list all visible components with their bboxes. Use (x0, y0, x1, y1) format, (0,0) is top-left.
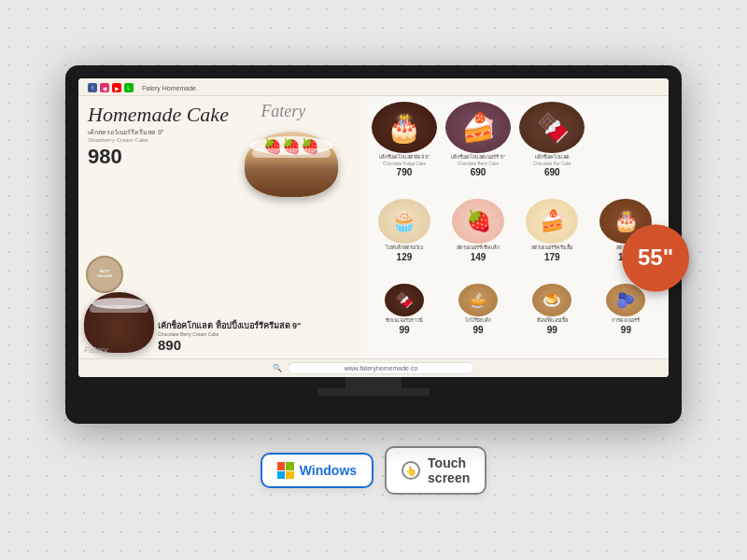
stand-base (317, 388, 430, 396)
monitor-screen: f ◉ ▶ L Fatery Homemade Homemade Cake เค… (78, 78, 669, 377)
cake-price-6: 179 (544, 252, 560, 262)
cake-img-berry-tart: 🫐 (606, 284, 645, 316)
best-seller-text: BESTSELLER (97, 270, 112, 279)
cake-item-choco-fudge: 🎂 เค้กช็อคโกแลตฟัดจ์ 5" Chocolate Fudge … (369, 102, 439, 195)
cake-price-2: 690 (544, 167, 560, 177)
product2-section: เค้กช็อคโกแลต ท็อปปิ้งเบอร์รีครีมสด 9" C… (84, 292, 301, 353)
fatery-logo-left: Fatery (84, 345, 108, 355)
cake-item-strawberry-cheese: 🍓 สตรอเบอร์รี่เช็คเค็ก 149 (444, 199, 514, 280)
cake-name-thai-11: การ์ตงเบอร์รี่ (612, 317, 640, 324)
cake-img-choco-berry: 🍰 (445, 102, 511, 153)
cake-price-9: 99 (473, 325, 484, 335)
monitor: 55" f ◉ ▶ L Fatery Homemade Homemade C (65, 65, 682, 424)
cake-name-thai-1: เค้กช็อคโกแลตเบอร์รี 5" (451, 154, 505, 161)
cake-name-thai-2: เค้กช็อคโกแลต (535, 154, 570, 161)
youtube-icon: ▶ (112, 83, 121, 92)
screen-header: f ◉ ▶ L Fatery Homemade (78, 78, 669, 96)
windows-label: Windows (300, 463, 357, 478)
cake-item-choco-berry: 🍰 เค้กช็อคโกแลตเบอร์รี 5" Chocolate Berr… (444, 102, 514, 195)
product2-text: เค้กช็อคโกแลต ท็อปปิ้งเบอร์รีครีมสด 9" C… (158, 321, 301, 353)
best-seller-badge: BESTSELLER (86, 256, 123, 293)
cake-item-coco: 🥧 โกโก้บิส เค้ก 99 (444, 284, 514, 353)
windows-flag-icon (277, 462, 294, 479)
cake-name-thai-10: ท็อฟฟี่แอปเปิ้ล (537, 317, 568, 324)
cake-img-brownie: 🍫 (385, 284, 424, 316)
social-icons: f ◉ ▶ L (88, 83, 134, 92)
cake-name-en-1: Chocolate Berry Cake (458, 161, 499, 166)
left-panel: Homemade Cake เค้กสตรอว์เบอร์รีครีมสด 9"… (78, 96, 361, 358)
cake-price-0: 790 (397, 167, 413, 177)
cake-img-cheesecake: 🍰 (526, 199, 578, 244)
header-brand: Fatery Homemade (142, 85, 196, 91)
search-icon: 🔍 (273, 364, 282, 372)
right-panel: 🎂 เค้กช็อคโกแลตฟัดจ์ 5" Chocolate Fudge … (361, 96, 669, 358)
cake-img-toffee: 🍮 (532, 284, 571, 316)
size-badge: 55" (622, 224, 689, 291)
cake-img-cream: 🧁 (378, 199, 430, 244)
cake-name-thai-8: ซิกเนเจอร์บราวนี่ (386, 317, 423, 324)
cake-price-1: 690 (471, 167, 486, 177)
cake-name-en-2: Chocolate Bar Cake (533, 161, 571, 166)
line-icon: L (124, 83, 134, 92)
cake-price-8: 99 (399, 325, 409, 335)
instagram-icon: ◉ (100, 83, 109, 92)
cake-name-thai-5: สตรอเบอร์รี่เช็คเค็ก (457, 245, 500, 251)
cake-img-strawberry: 🍓 (452, 199, 504, 244)
fatery-logo-top: Fatery (261, 102, 305, 121)
facebook-icon: f (88, 83, 97, 92)
cake-item-brownie: 🍫 ซิกเนเจอร์บราวนี่ 99 (369, 284, 439, 353)
cake-price-5: 149 (471, 252, 486, 262)
stand-neck (345, 377, 402, 388)
page-wrapper: 55" f ◉ ▶ L Fatery Homemade Homemade C (65, 65, 682, 495)
windows-badge[interactable]: Windows (261, 453, 374, 488)
cake-item-toffee: 🍮 ท็อฟฟี่แอปเปิ้ล 99 (517, 284, 587, 353)
cake-img-choco-fudge: 🎂 (372, 102, 437, 153)
cake-img-choco-bar: 🍫 (519, 102, 585, 153)
product2-price: 890 (158, 337, 301, 353)
screen-bottom-bar: 🔍 www.fateryhomemade.co (78, 358, 669, 377)
badges-row: Windows 👆 Touchscreen (261, 446, 486, 495)
cake-name-thai-9: โกโก้บิส เค้ก (465, 317, 492, 324)
cake-item-cream-puff: 🧁 ไบท์เค้กสตรอว์เบ 129 (369, 199, 439, 280)
cake-price-10: 99 (547, 325, 557, 335)
touch-icon: 👆 (402, 461, 420, 480)
screen-body: Homemade Cake เค้กสตรอว์เบอร์รีครีมสด 9"… (78, 96, 669, 358)
cake-name-thai-4: ไบท์เค้กสตรอว์เบ (386, 245, 423, 251)
cake-name-thai-6: สตรอเบอร์รีครีมสั้ม (531, 245, 573, 251)
product2-name-thai: เค้กช็อคโกแลต ท็อปปิ้งเบอร์รีครีมสด 9" (158, 321, 301, 331)
cake-name-thai-0: เค้กช็อคโกแลตฟัดจ์ 5" (379, 154, 430, 161)
touch-screen-badge[interactable]: 👆 Touchscreen (385, 446, 486, 495)
cake-item-choco-bar: 🍫 เค้กช็อคโกแลต Chocolate Bar Cake 690 (517, 102, 587, 195)
cake-name-en-0: Chocolate Fudge Cake (383, 161, 426, 166)
cake-price-4: 129 (397, 252, 413, 262)
monitor-stand (78, 377, 669, 396)
touch-label: Touchscreen (428, 455, 470, 485)
url-bar: www.fateryhomemade.co (288, 362, 474, 374)
cake-item-strawberry-cream: 🍰 สตรอเบอร์รีครีมสั้ม 179 (517, 199, 587, 280)
cake-price-11: 99 (621, 325, 631, 335)
cake-img-coco: 🥧 (458, 284, 498, 316)
cake-item-berry-tart: 🫐 การ์ตงเบอร์รี่ 99 (591, 284, 661, 353)
